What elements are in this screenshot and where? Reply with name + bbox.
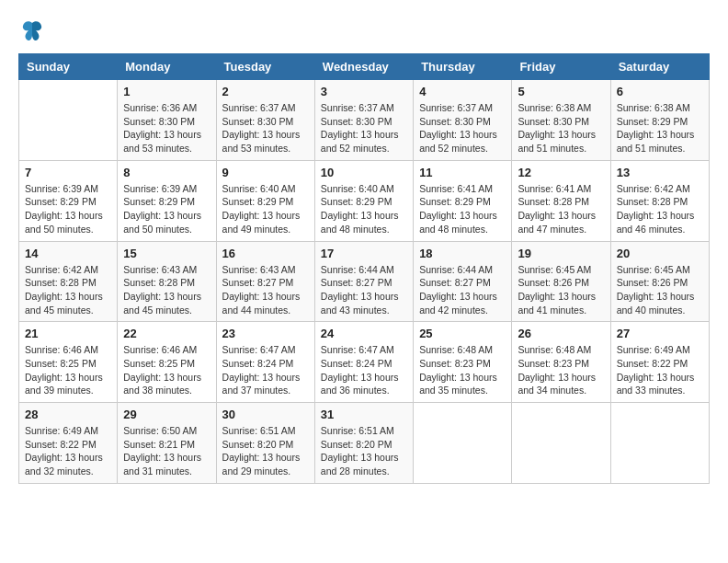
day-info-text: Sunrise: 6:37 AM Sunset: 8:30 PM Dayligh…	[222, 101, 309, 155]
day-info-text: Sunrise: 6:41 AM Sunset: 8:29 PM Dayligh…	[419, 182, 506, 236]
day-info-text: Sunrise: 6:42 AM Sunset: 8:28 PM Dayligh…	[617, 182, 703, 236]
day-number: 2	[222, 85, 309, 98]
day-number: 5	[518, 85, 604, 98]
calendar-cell	[414, 403, 512, 484]
day-info-text: Sunrise: 6:51 AM Sunset: 8:20 PM Dayligh…	[222, 424, 309, 478]
day-number: 19	[518, 247, 604, 260]
calendar-cell: 31Sunrise: 6:51 AM Sunset: 8:20 PM Dayli…	[314, 403, 413, 484]
day-info-text: Sunrise: 6:36 AM Sunset: 8:30 PM Dayligh…	[123, 101, 210, 155]
calendar-cell: 18Sunrise: 6:44 AM Sunset: 8:27 PM Dayli…	[414, 241, 512, 322]
day-info-text: Sunrise: 6:45 AM Sunset: 8:26 PM Dayligh…	[617, 263, 703, 317]
day-number: 31	[321, 408, 407, 421]
day-info-text: Sunrise: 6:37 AM Sunset: 8:30 PM Dayligh…	[321, 101, 407, 155]
page-header	[18, 18, 710, 44]
calendar-cell: 21Sunrise: 6:46 AM Sunset: 8:25 PM Dayli…	[19, 322, 118, 403]
day-info-text: Sunrise: 6:40 AM Sunset: 8:29 PM Dayligh…	[222, 182, 309, 236]
calendar-cell: 8Sunrise: 6:39 AM Sunset: 8:29 PM Daylig…	[118, 160, 216, 241]
calendar-cell	[19, 80, 118, 161]
day-info-text: Sunrise: 6:44 AM Sunset: 8:27 PM Dayligh…	[321, 263, 407, 317]
day-number: 26	[518, 327, 604, 340]
calendar-cell: 30Sunrise: 6:51 AM Sunset: 8:20 PM Dayli…	[216, 403, 314, 484]
day-number: 30	[222, 408, 309, 421]
day-number: 10	[321, 166, 407, 179]
day-info-text: Sunrise: 6:43 AM Sunset: 8:27 PM Dayligh…	[222, 263, 309, 317]
calendar-cell: 2Sunrise: 6:37 AM Sunset: 8:30 PM Daylig…	[216, 80, 314, 161]
day-header-saturday: Saturday	[610, 54, 709, 80]
day-info-text: Sunrise: 6:38 AM Sunset: 8:29 PM Dayligh…	[617, 101, 703, 155]
day-number: 1	[123, 85, 210, 98]
calendar-cell: 27Sunrise: 6:49 AM Sunset: 8:22 PM Dayli…	[610, 322, 709, 403]
calendar-cell: 24Sunrise: 6:47 AM Sunset: 8:24 PM Dayli…	[314, 322, 413, 403]
day-number: 6	[617, 85, 703, 98]
day-header-monday: Monday	[118, 54, 216, 80]
week-row-2: 7Sunrise: 6:39 AM Sunset: 8:29 PM Daylig…	[19, 160, 710, 241]
day-info-text: Sunrise: 6:47 AM Sunset: 8:24 PM Dayligh…	[321, 343, 407, 397]
calendar-cell: 28Sunrise: 6:49 AM Sunset: 8:22 PM Dayli…	[19, 403, 118, 484]
day-number: 24	[321, 327, 407, 340]
day-number: 25	[419, 327, 506, 340]
calendar-cell: 15Sunrise: 6:43 AM Sunset: 8:28 PM Dayli…	[118, 241, 216, 322]
calendar-cell: 20Sunrise: 6:45 AM Sunset: 8:26 PM Dayli…	[610, 241, 709, 322]
day-info-text: Sunrise: 6:39 AM Sunset: 8:29 PM Dayligh…	[25, 182, 111, 236]
day-info-text: Sunrise: 6:37 AM Sunset: 8:30 PM Dayligh…	[419, 101, 506, 155]
day-number: 12	[518, 166, 604, 179]
day-number: 11	[419, 166, 506, 179]
calendar-cell: 22Sunrise: 6:46 AM Sunset: 8:25 PM Dayli…	[118, 322, 216, 403]
day-info-text: Sunrise: 6:45 AM Sunset: 8:26 PM Dayligh…	[518, 263, 604, 317]
week-row-1: 1Sunrise: 6:36 AM Sunset: 8:30 PM Daylig…	[19, 80, 710, 161]
day-info-text: Sunrise: 6:47 AM Sunset: 8:24 PM Dayligh…	[222, 343, 309, 397]
calendar-cell: 4Sunrise: 6:37 AM Sunset: 8:30 PM Daylig…	[414, 80, 512, 161]
day-header-wednesday: Wednesday	[314, 54, 413, 80]
calendar-cell: 25Sunrise: 6:48 AM Sunset: 8:23 PM Dayli…	[414, 322, 512, 403]
day-number: 29	[123, 408, 210, 421]
calendar-cell: 3Sunrise: 6:37 AM Sunset: 8:30 PM Daylig…	[314, 80, 413, 161]
calendar-cell: 26Sunrise: 6:48 AM Sunset: 8:23 PM Dayli…	[512, 322, 610, 403]
day-info-text: Sunrise: 6:48 AM Sunset: 8:23 PM Dayligh…	[419, 343, 506, 397]
days-header-row: SundayMondayTuesdayWednesdayThursdayFrid…	[19, 54, 710, 80]
day-header-thursday: Thursday	[414, 54, 512, 80]
calendar-table: SundayMondayTuesdayWednesdayThursdayFrid…	[18, 53, 710, 484]
week-row-3: 14Sunrise: 6:42 AM Sunset: 8:28 PM Dayli…	[19, 241, 710, 322]
day-number: 20	[617, 247, 703, 260]
logo	[18, 18, 44, 44]
day-header-tuesday: Tuesday	[216, 54, 314, 80]
logo-bird-icon	[20, 18, 44, 42]
calendar-cell: 13Sunrise: 6:42 AM Sunset: 8:28 PM Dayli…	[610, 160, 709, 241]
day-number: 27	[617, 327, 703, 340]
calendar-cell: 14Sunrise: 6:42 AM Sunset: 8:28 PM Dayli…	[19, 241, 118, 322]
day-number: 4	[419, 85, 506, 98]
day-number: 16	[222, 247, 309, 260]
day-header-sunday: Sunday	[19, 54, 118, 80]
week-row-5: 28Sunrise: 6:49 AM Sunset: 8:22 PM Dayli…	[19, 403, 710, 484]
calendar-cell: 5Sunrise: 6:38 AM Sunset: 8:30 PM Daylig…	[512, 80, 610, 161]
day-number: 13	[617, 166, 703, 179]
day-info-text: Sunrise: 6:51 AM Sunset: 8:20 PM Dayligh…	[321, 424, 407, 478]
day-info-text: Sunrise: 6:48 AM Sunset: 8:23 PM Dayligh…	[518, 343, 604, 397]
calendar-cell: 17Sunrise: 6:44 AM Sunset: 8:27 PM Dayli…	[314, 241, 413, 322]
day-number: 8	[123, 166, 210, 179]
day-number: 15	[123, 247, 210, 260]
day-number: 14	[25, 247, 111, 260]
day-info-text: Sunrise: 6:41 AM Sunset: 8:28 PM Dayligh…	[518, 182, 604, 236]
calendar-cell: 12Sunrise: 6:41 AM Sunset: 8:28 PM Dayli…	[512, 160, 610, 241]
day-number: 28	[25, 408, 111, 421]
week-row-4: 21Sunrise: 6:46 AM Sunset: 8:25 PM Dayli…	[19, 322, 710, 403]
day-info-text: Sunrise: 6:46 AM Sunset: 8:25 PM Dayligh…	[123, 343, 210, 397]
day-number: 9	[222, 166, 309, 179]
day-number: 22	[123, 327, 210, 340]
day-info-text: Sunrise: 6:44 AM Sunset: 8:27 PM Dayligh…	[419, 263, 506, 317]
calendar-cell: 11Sunrise: 6:41 AM Sunset: 8:29 PM Dayli…	[414, 160, 512, 241]
day-number: 23	[222, 327, 309, 340]
logo-text	[18, 18, 44, 44]
day-info-text: Sunrise: 6:49 AM Sunset: 8:22 PM Dayligh…	[617, 343, 703, 397]
calendar-cell: 19Sunrise: 6:45 AM Sunset: 8:26 PM Dayli…	[512, 241, 610, 322]
calendar-cell: 7Sunrise: 6:39 AM Sunset: 8:29 PM Daylig…	[19, 160, 118, 241]
calendar-cell: 6Sunrise: 6:38 AM Sunset: 8:29 PM Daylig…	[610, 80, 709, 161]
day-number: 17	[321, 247, 407, 260]
calendar-cell	[512, 403, 610, 484]
day-info-text: Sunrise: 6:42 AM Sunset: 8:28 PM Dayligh…	[25, 263, 111, 317]
day-number: 18	[419, 247, 506, 260]
day-info-text: Sunrise: 6:46 AM Sunset: 8:25 PM Dayligh…	[25, 343, 111, 397]
day-info-text: Sunrise: 6:39 AM Sunset: 8:29 PM Dayligh…	[123, 182, 210, 236]
day-info-text: Sunrise: 6:38 AM Sunset: 8:30 PM Dayligh…	[518, 101, 604, 155]
